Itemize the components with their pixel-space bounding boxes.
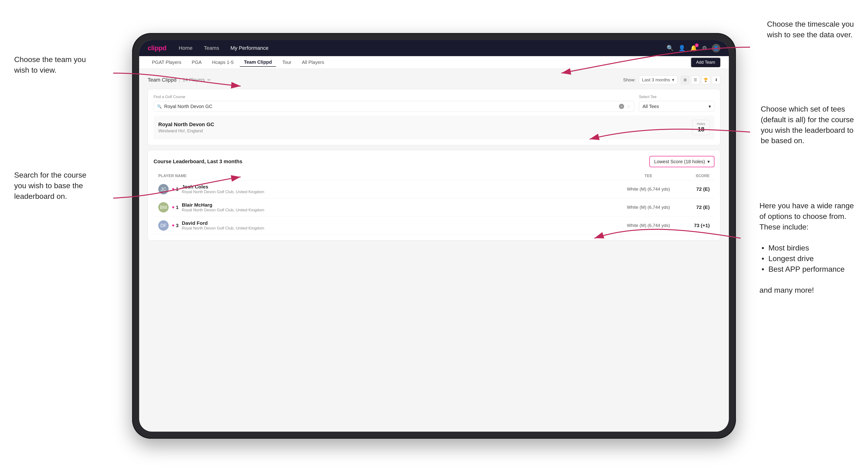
player-cell-3: DF ♥ 3 David Ford Royal North Devon Golf… — [158, 220, 615, 231]
bell-icon[interactable]: 🔔 1 — [690, 45, 697, 52]
player-cell-1: JC ♥ 1 Josh Coles Royal North Devon Golf… — [158, 184, 615, 194]
col-score: SCORE — [681, 174, 710, 178]
course-search-input[interactable] — [164, 104, 617, 109]
table-row: BM ♥ 1 Blair McHarg Royal North Devon Go… — [154, 198, 714, 217]
search-row: Find a Golf Course 🔍 × ☆ Select Tee — [154, 95, 714, 112]
score-filter-value: Lowest Score (18 holes) — [654, 159, 705, 164]
tablet-frame: clippd Home Teams My Performance 🔍 👤 🔔 1… — [132, 33, 736, 439]
course-info: Royal North Devon GC Westward Ho!, Engla… — [158, 121, 214, 133]
holes-label: Holes — [697, 122, 705, 126]
player-name-info-1: Josh Coles Royal North Devon Golf Club, … — [182, 184, 265, 194]
select-tee-label: Select Tee — [639, 95, 714, 99]
score-filter-dropdown[interactable]: Lowest Score (18 holes) ▾ — [649, 156, 714, 167]
table-row: DF ♥ 3 David Ford Royal North Devon Golf… — [154, 217, 714, 235]
leaderboard-section: Course Leaderboard, Last 3 months Lowest… — [148, 150, 720, 241]
search-input-wrapper[interactable]: 🔍 × ☆ — [154, 101, 634, 112]
rank-3: 3 — [176, 223, 179, 228]
edit-icon[interactable]: ✏ — [207, 77, 211, 83]
favorite-icon[interactable]: ☆ — [626, 103, 631, 109]
score-cell-2: 72 (E) — [681, 205, 710, 210]
nav-my-performance[interactable]: My Performance — [228, 44, 270, 52]
nav-tour[interactable]: Tour — [278, 58, 296, 66]
search-field-group: Find a Golf Course 🔍 × ☆ — [154, 95, 634, 112]
tablet-screen: clippd Home Teams My Performance 🔍 👤 🔔 1… — [139, 40, 729, 432]
rank-heart-1: ♥ 1 — [172, 187, 179, 192]
rank-1: 1 — [176, 187, 179, 192]
team-title: Team Clippd | 14 Players ✏ — [148, 77, 211, 83]
rank-2: 1 — [176, 205, 179, 210]
score-cell-3: 73 (+1) — [681, 223, 710, 228]
annotation-team: Choose the team youwish to view. — [14, 54, 86, 75]
app-container: clippd Home Teams My Performance 🔍 👤 🔔 1… — [139, 40, 729, 432]
download-button[interactable]: ⬇ — [712, 76, 720, 84]
users-icon[interactable]: 👤 — [678, 45, 685, 52]
player-name-3: David Ford — [182, 220, 265, 226]
trophy-view-button[interactable]: 🏆 — [702, 76, 710, 84]
team-name: Team Clippd — [148, 77, 177, 83]
tee-chevron-icon: ▾ — [709, 103, 711, 109]
team-header: Team Clippd | 14 Players ✏ Show: Last 3 … — [148, 75, 720, 84]
secondary-nav: PGAT Players PGA Hcaps 1-5 Team Clippd T… — [139, 56, 729, 69]
heart-icon-2: ♥ — [172, 205, 175, 210]
player-avatar-2: BM — [158, 202, 168, 213]
search-icon[interactable]: 🔍 — [666, 45, 674, 52]
tee-field-group: Select Tee All Tees ▾ — [639, 95, 714, 112]
player-club-3: Royal North Devon Golf Club, United King… — [182, 226, 265, 231]
nav-icons: 🔍 👤 🔔 1 ⚙ 👤 — [666, 44, 720, 52]
player-name-info-3: David Ford Royal North Devon Golf Club, … — [182, 220, 265, 231]
table-header: PLAYER NAME TEE SCORE — [154, 172, 714, 180]
clear-search-button[interactable]: × — [619, 104, 624, 109]
tee-cell-1: White (M) (6,744 yds) — [615, 187, 681, 192]
main-content: Team Clippd | 14 Players ✏ Show: Last 3 … — [139, 69, 729, 432]
course-result: Royal North Devon GC Westward Ho!, Engla… — [154, 116, 714, 139]
add-team-button[interactable]: Add Team — [691, 58, 720, 67]
nav-hcaps[interactable]: Hcaps 1-5 — [208, 58, 238, 66]
annotation-course: Search for the courseyou wish to base th… — [14, 170, 86, 201]
nav-teams[interactable]: Teams — [202, 44, 221, 52]
heart-icon-3: ♥ — [172, 223, 175, 228]
annotation-timescale: Choose the timescale youwish to see the … — [767, 19, 854, 40]
score-cell-1: 72 (E) — [681, 186, 710, 192]
search-icon: 🔍 — [157, 104, 162, 109]
nav-all-players[interactable]: All Players — [298, 58, 328, 66]
notification-badge: 1 — [695, 43, 699, 47]
avatar[interactable]: 👤 — [712, 44, 720, 52]
rank-heart-2: ♥ 1 — [172, 205, 179, 210]
tee-dropdown[interactable]: All Tees ▾ — [639, 101, 714, 112]
search-section: Find a Golf Course 🔍 × ☆ Select Tee — [148, 89, 720, 145]
grid-view-button[interactable]: ⊞ — [681, 76, 689, 84]
timescale-value: Last 3 months — [642, 77, 670, 83]
player-name-info-2: Blair McHarg Royal North Devon Golf Club… — [182, 202, 265, 213]
holes-badge: Holes 18 — [692, 120, 710, 135]
tee-cell-2: White (M) (6,744 yds) — [615, 205, 681, 210]
rank-heart-3: ♥ 3 — [172, 223, 179, 228]
col-tee: TEE — [615, 174, 681, 178]
col-player: PLAYER NAME — [158, 174, 615, 178]
settings-icon[interactable]: ⚙ — [702, 45, 707, 52]
tee-value: All Tees — [643, 104, 659, 109]
table-row: JC ♥ 1 Josh Coles Royal North Devon Golf… — [154, 180, 714, 198]
list-view-button[interactable]: ☰ — [691, 76, 700, 84]
leaderboard-table: PLAYER NAME TEE SCORE JC ♥ 1 — [154, 172, 714, 235]
separator: | — [179, 77, 180, 83]
course-name: Royal North Devon GC — [158, 121, 214, 128]
player-avatar-1: JC — [158, 184, 168, 194]
top-nav: clippd Home Teams My Performance 🔍 👤 🔔 1… — [139, 40, 729, 56]
view-icons: ⊞ ☰ 🏆 ⬇ — [681, 76, 720, 84]
player-avatar-3: DF — [158, 220, 168, 231]
player-club-2: Royal North Devon Golf Club, United King… — [182, 208, 265, 213]
annotation-tees: Choose which set of tees(default is all)… — [761, 104, 854, 146]
player-club-1: Royal North Devon Golf Club, United King… — [182, 190, 265, 194]
leaderboard-header: Course Leaderboard, Last 3 months Lowest… — [154, 156, 714, 167]
nav-home[interactable]: Home — [177, 44, 194, 52]
nav-pgat-players[interactable]: PGAT Players — [148, 58, 186, 66]
nav-team-clippd[interactable]: Team Clippd — [240, 58, 276, 67]
leaderboard-title: Course Leaderboard, Last 3 months — [154, 158, 243, 165]
show-label: Show: — [623, 77, 636, 83]
nav-pga[interactable]: PGA — [187, 58, 206, 66]
timescale-dropdown[interactable]: Last 3 months ▾ — [639, 75, 677, 84]
score-chevron-icon: ▾ — [707, 159, 710, 164]
player-name-2: Blair McHarg — [182, 202, 265, 208]
app-logo: clippd — [148, 44, 166, 52]
find-course-label: Find a Golf Course — [154, 95, 634, 99]
